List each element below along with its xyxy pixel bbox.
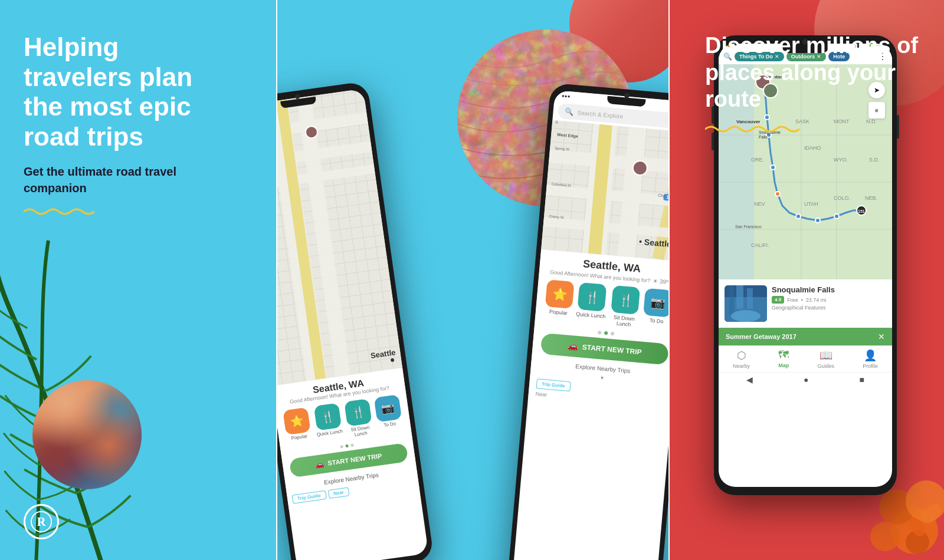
svg-text:COLO.: COLO. xyxy=(834,195,850,201)
place-name: Snoqualmie Falls xyxy=(772,285,886,294)
nearby-tab-icon: ⬡ xyxy=(737,349,746,362)
map-tab-label: Map xyxy=(778,363,789,368)
svg-rect-48 xyxy=(736,285,743,309)
middle-separator xyxy=(668,0,670,560)
sit-down-label: Sit Down Lunch xyxy=(348,424,373,438)
trip-guide-tag-2[interactable]: Trip Guide xyxy=(536,378,571,391)
things-to-do-icon: 📷 xyxy=(373,394,401,422)
popular-label: Popular xyxy=(291,433,308,441)
svg-text:NEV: NEV xyxy=(754,201,765,207)
trip-guide-label: Trip Guide xyxy=(297,493,321,501)
place-distance: 23.74 mi xyxy=(806,297,827,303)
home-btn[interactable]: ● xyxy=(804,375,808,384)
left-panel: Helping travelers plan the most epic roa… xyxy=(0,0,277,560)
roadtrippers-logo: R xyxy=(24,504,59,539)
category-popular[interactable]: ⭐ Popular xyxy=(283,407,313,446)
svg-text:San Francisco: San Francisco xyxy=(735,225,762,229)
left-separator xyxy=(276,0,277,560)
left-text-block: Helping travelers plan the most epic roa… xyxy=(24,32,218,218)
trip-close-btn[interactable]: ✕ xyxy=(878,332,885,341)
tab-nearby[interactable]: ⬡ Nearby xyxy=(733,349,750,369)
back-btn[interactable]: ◀ xyxy=(746,375,753,384)
phone2-carrier: ●●● xyxy=(562,93,571,99)
nearby-label-tag[interactable]: Near xyxy=(327,487,350,499)
place-thumbnail xyxy=(725,285,767,322)
logo-icon: R xyxy=(30,510,53,533)
bottom-tab-bar: ⬡ Nearby 🗺 Map 📖 Guides 👤 Profile xyxy=(719,345,892,372)
category-things-to-do[interactable]: 📷 To Do xyxy=(373,394,403,434)
place-info: Snoqualmie Falls 4.5 Free • 23.74 mi Geo… xyxy=(772,285,886,311)
svg-point-23 xyxy=(815,218,820,223)
cat-quick-lunch[interactable]: 🍴 Quick Lunch xyxy=(575,282,608,325)
subheadline: Get the ultimate road travel companion xyxy=(24,163,201,196)
svg-text:151: 151 xyxy=(858,209,865,213)
tab-profile[interactable]: 👤 Profile xyxy=(863,349,878,369)
right-squiggle xyxy=(705,123,799,136)
middle-panel: Seattle Spring St Columbia St Cherry St … xyxy=(277,0,670,560)
trip-bar: Summer Getaway 2017 ✕ xyxy=(719,328,892,345)
category-quick-lunch[interactable]: 🍴 Quick Lunch xyxy=(313,403,344,443)
svg-point-6 xyxy=(870,522,900,551)
recents-btn[interactable]: ■ xyxy=(860,375,864,384)
cat-popular[interactable]: ⭐ Popular xyxy=(544,279,575,322)
city-photo-inner xyxy=(32,380,142,489)
start-trip-label-2: START NEW TRIP xyxy=(582,343,642,357)
place-category: Geographical Features xyxy=(772,305,886,311)
city-photo-circle xyxy=(32,380,142,489)
svg-text:Falls: Falls xyxy=(759,135,768,139)
svg-point-22 xyxy=(796,214,801,219)
svg-text:ORE.: ORE. xyxy=(751,157,764,163)
svg-point-51 xyxy=(731,310,761,322)
cat-to-do[interactable]: 📷 To Do xyxy=(643,288,670,331)
nearby-tab-label: Nearby xyxy=(733,363,750,369)
phone-1-screen: Seattle Spring St Columbia St Cherry St … xyxy=(277,88,428,560)
popular-icon: ⭐ xyxy=(283,407,311,434)
svg-point-20 xyxy=(771,165,775,170)
headline: Helping travelers plan the most epic roa… xyxy=(24,32,218,151)
place-price: Free xyxy=(787,297,798,303)
phone-1: Seattle Spring St Columbia St Cherry St … xyxy=(277,81,434,560)
svg-text:CALIFI.: CALIFI. xyxy=(751,242,769,248)
profile-tab-label: Profile xyxy=(863,363,878,369)
squiggle-decoration xyxy=(24,206,94,218)
nearby-label: Near xyxy=(333,489,345,496)
sit-down-icon: 🍴 xyxy=(344,398,372,426)
trip-name: Summer Getaway 2017 xyxy=(726,333,796,340)
right-text-block: Discover millions of places along your r… xyxy=(705,32,929,136)
guides-tab-icon: 📖 xyxy=(820,349,832,362)
things-to-do-label: To Do xyxy=(384,421,396,428)
quick-lunch-icon: 🍴 xyxy=(313,403,341,430)
android-nav-bar: ◀ ● ■ xyxy=(719,372,892,387)
category-sit-down-lunch[interactable]: 🍴 Sit Down Lunch xyxy=(344,398,373,438)
search-placeholder: Search & Explore xyxy=(577,109,623,120)
svg-rect-49 xyxy=(747,288,753,309)
svg-text:S.D.: S.D. xyxy=(869,157,880,163)
trip-guide-tag[interactable]: Trip Guide xyxy=(291,490,326,503)
svg-text:NEB.: NEB. xyxy=(865,195,877,201)
place-card: Snoqualmie Falls 4.5 Free • 23.74 mi Geo… xyxy=(719,279,892,328)
tab-guides[interactable]: 📖 Guides xyxy=(818,349,835,369)
svg-rect-50 xyxy=(729,285,734,315)
search-icon: 🔍 xyxy=(565,107,574,116)
svg-text:R: R xyxy=(37,515,46,529)
svg-point-21 xyxy=(775,192,780,196)
start-trip-label: START NEW TRIP xyxy=(327,452,382,467)
right-headline: Discover millions of places along your r… xyxy=(705,32,929,113)
svg-text:IDAHO: IDAHO xyxy=(804,145,821,151)
map-tab-icon: 🗺 xyxy=(778,349,789,361)
cat-sit-down[interactable]: 🍴 Sit Down Lunch xyxy=(609,285,642,328)
phone2-map: • Seattle Pike Spring St Columbia St Che… xyxy=(541,120,670,262)
right-panel: Discover millions of places along your r… xyxy=(670,0,944,560)
profile-tab-icon: 👤 xyxy=(864,349,877,362)
place-rating: 4.5 xyxy=(772,296,784,304)
svg-point-24 xyxy=(834,214,839,219)
svg-text:UTAH: UTAH xyxy=(804,201,818,207)
waterfall-image xyxy=(725,285,767,322)
svg-text:WYO.: WYO. xyxy=(834,157,848,163)
guides-tab-label: Guides xyxy=(818,363,835,369)
tab-map[interactable]: 🗺 Map xyxy=(778,349,789,369)
